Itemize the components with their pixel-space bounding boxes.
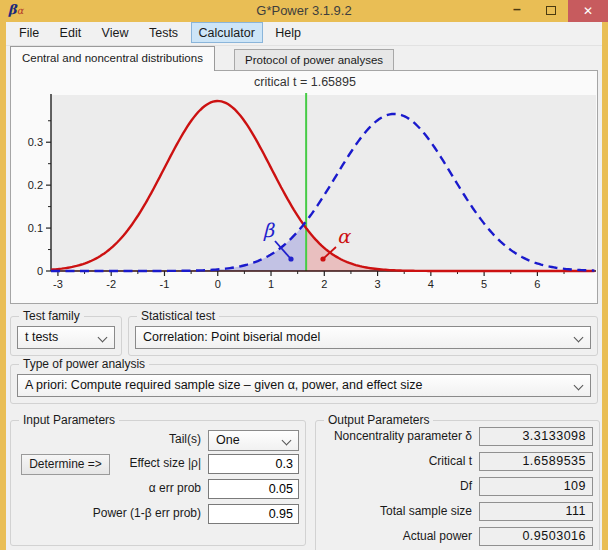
svg-text:critical t = 1.65895: critical t = 1.65895 [254, 75, 356, 89]
title-bar: βα G*Power 3.1.9.2 – ✕ [0, 0, 608, 22]
statistical-test-value: Correlation: Point biserial model [143, 330, 320, 344]
minimize-icon: – [513, 1, 521, 17]
df-value: 109 [479, 477, 593, 496]
effect-size-row: Effect size |ρ| [11, 454, 305, 474]
client-area: File Edit View Tests Calculator Help Cen… [6, 22, 602, 550]
distribution-plot: -3-2-1012345600.10.20.3βαcritical t = 1.… [11, 71, 597, 303]
test-family-value: t tests [25, 330, 58, 344]
svg-text:0: 0 [215, 278, 221, 290]
distribution-plot-panel: -3-2-1012345600.10.20.3βαcritical t = 1.… [10, 70, 598, 304]
alpha-err-prob-row: α err prob [11, 479, 305, 499]
svg-text:4: 4 [428, 278, 434, 290]
svg-text:0.2: 0.2 [28, 179, 43, 191]
power-row: Power (1-β err prob) [11, 504, 305, 524]
svg-text:3: 3 [375, 278, 381, 290]
svg-text:5: 5 [481, 278, 487, 290]
svg-text:-2: -2 [106, 278, 116, 290]
tab-central-noncentral-distributions[interactable]: Central and noncentral distributions [10, 46, 215, 71]
chevron-down-icon [282, 436, 292, 446]
total-sample-size-value: 111 [479, 502, 593, 521]
power-analysis-value: A priori: Compute required sample size –… [25, 378, 422, 392]
total-sample-size-label: Total sample size [316, 504, 472, 518]
chevron-down-icon [574, 333, 584, 343]
chevron-down-icon [98, 333, 108, 343]
svg-text:-3: -3 [53, 278, 63, 290]
total-sample-size-row: Total sample size 111 [316, 502, 599, 522]
noncentrality-row: Noncentrality parameter δ 3.3133098 [316, 427, 599, 447]
tails-dropdown[interactable]: One [208, 430, 299, 451]
test-family-dropdown[interactable]: t tests [17, 326, 115, 349]
test-family-label: Test family [19, 309, 84, 323]
df-label: Df [316, 479, 472, 493]
power-input[interactable] [208, 504, 299, 524]
menu-item-help[interactable]: Help [267, 22, 309, 43]
input-parameters-label: Input Parameters [19, 413, 119, 427]
output-parameters-group: Output Parameters Noncentrality paramete… [315, 420, 600, 550]
maximize-button[interactable] [536, 0, 566, 22]
svg-text:0.1: 0.1 [28, 222, 43, 234]
tails-label: Tail(s) [11, 432, 201, 446]
menu-item-tests[interactable]: Tests [141, 22, 186, 43]
close-button[interactable]: ✕ [568, 0, 608, 22]
maximize-icon [546, 6, 556, 15]
statistical-test-dropdown[interactable]: Correlation: Point biserial model [135, 326, 591, 349]
tails-row: Tail(s) One [11, 430, 305, 450]
alpha-err-prob-input[interactable] [208, 479, 299, 499]
svg-text:-1: -1 [160, 278, 170, 290]
actual-power-row: Actual power 0.9503016 [316, 527, 599, 547]
actual-power-value: 0.9503016 [479, 527, 593, 546]
noncentrality-label: Noncentrality parameter δ [316, 429, 472, 443]
power-label: Power (1-β err prob) [11, 506, 201, 520]
menu-item-file[interactable]: File [11, 22, 47, 43]
svg-text:6: 6 [534, 278, 540, 290]
app-window: βα G*Power 3.1.9.2 – ✕ File Edit View Te… [0, 0, 608, 550]
svg-text:2: 2 [321, 278, 327, 290]
power-analysis-group: Type of power analysis A priori: Compute… [10, 364, 598, 404]
svg-text:0: 0 [37, 265, 43, 277]
svg-text:1: 1 [268, 278, 274, 290]
minimize-button[interactable]: – [502, 0, 532, 22]
alpha-err-prob-label: α err prob [11, 481, 201, 495]
output-parameters-label: Output Parameters [324, 413, 433, 427]
actual-power-label: Actual power [316, 529, 472, 543]
svg-text:α: α [337, 225, 351, 247]
chevron-down-icon [574, 381, 584, 391]
critical-t-value: 1.6589535 [479, 452, 593, 471]
effect-size-input[interactable] [208, 454, 299, 474]
statistical-test-label: Statistical test [137, 309, 219, 323]
tab-protocol-of-power-analyses[interactable]: Protocol of power analyses [234, 49, 394, 71]
close-icon: ✕ [583, 4, 593, 18]
noncentrality-value: 3.3133098 [479, 427, 593, 446]
power-analysis-label: Type of power analysis [19, 357, 149, 371]
svg-text:0.3: 0.3 [28, 136, 43, 148]
menu-item-view[interactable]: View [94, 22, 137, 43]
input-parameters-group: Input Parameters Tail(s) One Determine =… [10, 420, 306, 546]
menu-item-calculator[interactable]: Calculator [191, 22, 263, 43]
test-family-group: Test family t tests [10, 316, 122, 356]
menu-item-edit[interactable]: Edit [52, 22, 90, 43]
svg-text:β: β [263, 219, 275, 241]
tails-value: One [216, 433, 240, 447]
effect-size-label: Effect size |ρ| [11, 456, 201, 470]
df-row: Df 109 [316, 477, 599, 497]
menu-bar: File Edit View Tests Calculator Help [6, 22, 602, 46]
critical-t-label: Critical t [316, 454, 472, 468]
power-analysis-dropdown[interactable]: A priori: Compute required sample size –… [17, 374, 591, 397]
critical-t-row: Critical t 1.6589535 [316, 452, 599, 472]
statistical-test-group: Statistical test Correlation: Point bise… [128, 316, 598, 356]
